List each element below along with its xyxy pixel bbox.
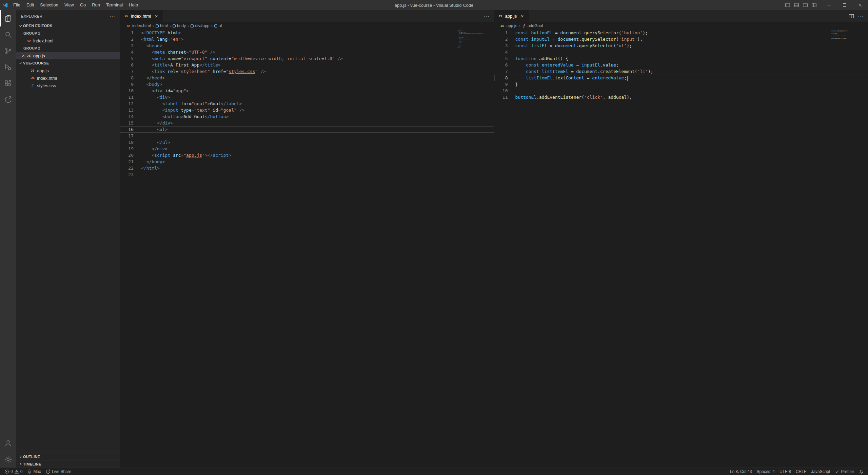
minimize-button[interactable] <box>821 0 837 10</box>
code-line-2[interactable]: 2const inputEl = document.querySelector(… <box>494 36 868 42</box>
more-actions-icon[interactable]: ··· <box>482 12 491 21</box>
timeline-header[interactable]: TIMELINE <box>16 460 120 468</box>
explorer-more-actions-icon[interactable]: ··· <box>110 14 115 19</box>
tab-index-html[interactable]: <> index.html × <box>120 10 163 22</box>
code-line-11[interactable]: 11buttonEl.addEventListener('click', add… <box>494 94 868 100</box>
code-line-7[interactable]: 7 <link rel="stylesheet" href="styles.cs… <box>120 68 494 75</box>
toggle-panel-icon[interactable] <box>792 0 801 10</box>
outline-header[interactable]: OUTLINE <box>16 453 120 460</box>
breadcrumb-addgoal[interactable]: ƒaddGoal <box>522 23 543 28</box>
code-line-4[interactable]: 4 <meta charset="UTF-8" /> <box>120 49 494 55</box>
line-number: 21 <box>120 158 134 165</box>
code-line-1[interactable]: 1const buttonEl = document.querySelector… <box>494 30 868 36</box>
status-language-mode[interactable]: JavaScript <box>809 468 832 475</box>
code-line-12[interactable]: 12 <label for="goal">Goal</label> <box>120 100 494 107</box>
breadcrumb-html[interactable]: html <box>156 23 168 28</box>
menu-view[interactable]: View <box>61 0 77 10</box>
code-line-9[interactable]: 9} <box>494 81 868 88</box>
menu-terminal[interactable]: Terminal <box>103 0 126 10</box>
code-line-15[interactable]: 15 </div> <box>120 120 494 126</box>
code-line-20[interactable]: 20 <script src="app.js"></script> <box>120 152 494 158</box>
close-tab-icon[interactable]: × <box>519 13 526 20</box>
menu-go[interactable]: Go <box>77 0 89 10</box>
breadcrumb-index-html[interactable]: <>index.html <box>125 23 151 28</box>
code-line-23[interactable]: 23 <box>120 171 494 178</box>
file-styles-css[interactable]: #styles.css <box>16 82 120 89</box>
code-line-17[interactable]: 17 <box>120 133 494 139</box>
menu-selection[interactable]: Selection <box>37 0 61 10</box>
code-line-13[interactable]: 13 <input type="text" id="goal" /> <box>120 107 494 113</box>
status-audio[interactable]: Max <box>25 468 43 475</box>
activity-account[interactable] <box>0 435 16 451</box>
code-line-5[interactable]: 5 <meta name="viewport" content="width=d… <box>120 55 494 62</box>
open-editor-app-js[interactable]: ×JSapp.js <box>16 52 120 59</box>
code-line-22[interactable]: 22</html> <box>120 165 494 171</box>
close-editor-icon[interactable]: × <box>20 52 26 59</box>
menu-file[interactable]: File <box>10 0 23 10</box>
status-problems[interactable]: 00 <box>2 468 25 475</box>
code-line-8[interactable]: 8 </head> <box>120 75 494 81</box>
code-line-16[interactable]: 16 <ul> <box>120 126 494 133</box>
code-line-10[interactable]: 10 <box>494 88 868 94</box>
toggle-sidebar-icon[interactable] <box>783 0 792 10</box>
file-app-js[interactable]: JSapp.js <box>16 67 120 74</box>
editor-actions: ··· <box>482 10 494 22</box>
code-line-11[interactable]: 11 <div> <box>120 94 494 100</box>
breadcrumb-ul[interactable]: ul <box>214 23 222 28</box>
code-line-9[interactable]: 9 <body> <box>120 81 494 88</box>
status-indentation[interactable]: Spaces: 4 <box>754 468 777 475</box>
symbol-tag-icon <box>214 24 217 27</box>
status-formatter[interactable]: Prettier <box>832 468 856 475</box>
code-line-3[interactable]: 3const listEl = document.querySelector('… <box>494 42 868 49</box>
activity-explorer[interactable] <box>0 10 16 26</box>
menu-help[interactable]: Help <box>126 0 141 10</box>
status-notifications[interactable] <box>856 468 866 475</box>
code-line-19[interactable]: 19 </div> <box>120 146 494 152</box>
minimap[interactable]: const buttonEl = document.querySelector(… <box>831 30 865 468</box>
code-line-8[interactable]: 8 listItemEl.textContent = enteredValue; <box>494 75 868 81</box>
line-number: 16 <box>120 126 134 133</box>
code-editor-app-js[interactable]: 1const buttonEl = document.querySelector… <box>494 30 868 468</box>
status-eol[interactable]: CRLF <box>793 468 809 475</box>
activity-extensions[interactable] <box>0 75 16 92</box>
activity-run-debug[interactable] <box>0 59 16 75</box>
open-editors-header[interactable]: OPEN EDITORS <box>16 22 120 30</box>
breadcrumb-app-js[interactable]: JSapp.js <box>500 23 517 28</box>
code-line-14[interactable]: 14 <button>Add Goal</button> <box>120 113 494 120</box>
code-line-21[interactable]: 21 </body> <box>120 158 494 165</box>
customize-layout-icon[interactable] <box>810 0 818 10</box>
close-button[interactable] <box>852 0 868 10</box>
code-line-6[interactable]: 6 <title>A First App</title> <box>120 62 494 68</box>
code-line-2[interactable]: 2<html lang="en"> <box>120 36 494 42</box>
menu-edit[interactable]: Edit <box>23 0 37 10</box>
minimap[interactable]: <!DOCTYPE html><html lang="en"> <head> <… <box>457 30 491 468</box>
maximize-restore-button[interactable] <box>837 0 852 10</box>
split-editor-icon[interactable] <box>847 12 856 21</box>
code-line-3[interactable]: 3 <head> <box>120 42 494 49</box>
code-line-1[interactable]: 1<!DOCTYPE html> <box>120 30 494 36</box>
code-line-7[interactable]: 7 const listItemEl = document.createElem… <box>494 68 868 75</box>
breadcrumb-div-app[interactable]: div#app <box>191 23 209 28</box>
activity-live-share[interactable] <box>0 92 16 108</box>
activity-search[interactable] <box>0 26 16 43</box>
code-line-18[interactable]: 18 </ul> <box>120 139 494 146</box>
close-tab-icon[interactable]: × <box>153 13 160 20</box>
status-encoding[interactable]: UTF-8 <box>777 468 793 475</box>
workspace-header[interactable]: VUE-COURSE <box>16 59 120 67</box>
code-line-10[interactable]: 10 <div id="app"> <box>120 88 494 94</box>
toggle-secondary-sidebar-icon[interactable] <box>801 0 810 10</box>
code-line-4[interactable]: 4 <box>494 49 868 55</box>
tab-app-js[interactable]: JS app.js × <box>494 10 529 22</box>
file-index-html[interactable]: <>index.html <box>16 74 120 82</box>
activity-source-control[interactable] <box>0 43 16 59</box>
code-line-5[interactable]: 5function addGoal() { <box>494 55 868 62</box>
code-line-6[interactable]: 6 const enteredValue = inputEl.value; <box>494 62 868 68</box>
open-editor-index-html[interactable]: <>index.html <box>16 37 120 44</box>
breadcrumb-body[interactable]: body <box>173 23 186 28</box>
more-actions-icon[interactable]: ··· <box>856 12 865 21</box>
code-editor-index-html[interactable]: 1<!DOCTYPE html>2<html lang="en">3 <head… <box>120 30 494 468</box>
status-cursor-position[interactable]: Ln 8, Col 43 <box>728 468 754 475</box>
status-live-share[interactable]: Live Share <box>43 468 74 475</box>
activity-settings[interactable] <box>0 451 16 468</box>
menu-run[interactable]: Run <box>89 0 103 10</box>
